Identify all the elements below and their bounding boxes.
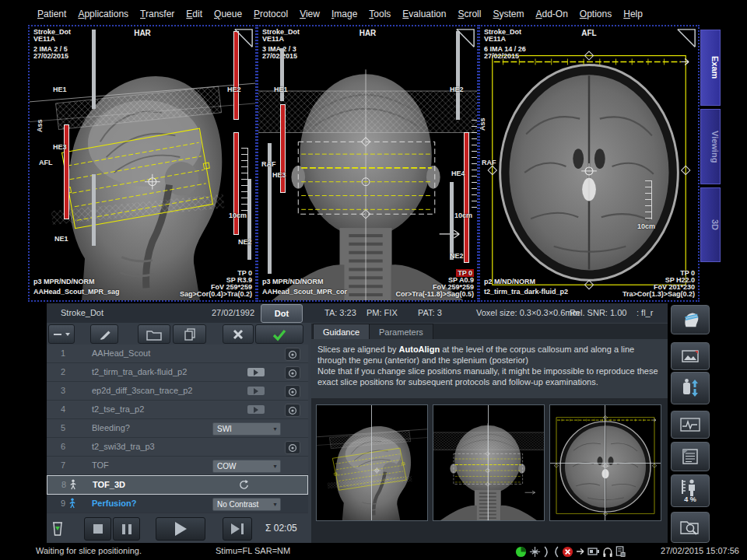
corner-fold-icon[interactable] <box>455 28 475 48</box>
menu-item-tools[interactable]: Tools <box>369 9 391 19</box>
auto-copy-icon[interactable] <box>285 348 300 361</box>
progress-spinner-icon <box>238 479 249 492</box>
crosshair-horizontal <box>550 463 661 464</box>
contrast-dropdown[interactable]: No Contrast▾ <box>212 498 281 511</box>
coil-bar <box>92 30 96 109</box>
ear-protection-right-icon <box>552 546 559 558</box>
browse-protocols-button[interactable] <box>671 512 710 543</box>
transport-controls: Σ 02:05 <box>47 515 308 543</box>
copy-protocol-button[interactable] <box>173 324 206 344</box>
protocol-row-8[interactable]: 8TOF_3D <box>47 475 308 495</box>
guidance-thumbnail-coronal[interactable] <box>433 404 545 521</box>
protocol-row-2[interactable]: 2t2_tirm_tra_dark-fluid_p2 <box>47 363 308 382</box>
stop-button[interactable] <box>84 517 111 541</box>
coil-label-afl: AFL <box>39 159 53 166</box>
auto-copy-icon[interactable] <box>285 404 300 417</box>
protocol-row-1[interactable]: 1AAHead_Scout <box>47 345 308 363</box>
pm-mode: PM: FIX <box>366 308 398 317</box>
menu-item-view[interactable]: View <box>300 9 320 19</box>
menu-item-protocol[interactable]: Protocol <box>254 9 288 19</box>
menu-item-applications[interactable]: Applications <box>78 9 128 19</box>
menu-item-queue[interactable]: Queue <box>214 9 242 19</box>
menu-item-system[interactable]: System <box>493 9 524 19</box>
tab-exam[interactable]: Exam <box>700 30 721 106</box>
menu-item-help[interactable]: Help <box>623 9 643 19</box>
protocol-number: 8 <box>61 480 66 489</box>
status-message: Waiting for slice positioning. <box>36 546 142 555</box>
queue-badge-icon <box>247 368 265 376</box>
guidance-thumbnail-axial[interactable] <box>549 404 661 521</box>
tab-3d[interactable]: 3D <box>700 187 721 262</box>
protocol-row-9[interactable]: 9Perfusion?No Contrast▾ <box>47 495 308 513</box>
open-folder-button[interactable] <box>138 324 170 344</box>
corner-fold-icon[interactable] <box>676 28 696 48</box>
cancel-button[interactable] <box>223 324 254 344</box>
patient-name: Stroke_Dot <box>61 308 103 317</box>
coil-label-raf: RAF <box>261 160 276 168</box>
protocol-row-6[interactable]: 6t2_swi3d_tra_p3 <box>47 438 308 457</box>
coil-bar-active <box>233 132 239 235</box>
play-button[interactable] <box>156 517 205 541</box>
auto-copy-icon[interactable] <box>285 366 300 380</box>
contrast-dropdown[interactable]: SWI▾ <box>212 422 281 436</box>
scale-ruler <box>241 148 248 212</box>
tab-viewing[interactable]: Viewing <box>700 109 721 184</box>
protocol-name: t2_tirm_tra_dark-fluid_p2 <box>92 367 187 376</box>
protocol-row-7[interactable]: 7TOFCOW▾ <box>47 457 308 475</box>
protocol-row-4[interactable]: 4t2_tse_tra_p2 <box>47 401 308 419</box>
protocol-number: 7 <box>61 460 65 470</box>
sar-value: 4 % <box>684 495 696 503</box>
menu-item-edit[interactable]: Edit <box>186 9 202 19</box>
pause-button[interactable] <box>113 517 140 541</box>
dot-engine-button[interactable]: Dot <box>261 304 303 323</box>
contrast-dropdown[interactable]: COW▾ <box>212 460 281 473</box>
coil-label-ne2: NE2 <box>450 252 464 260</box>
tab-guidance[interactable]: Guidance <box>313 324 370 340</box>
confirm-button[interactable] <box>255 324 303 344</box>
auto-copy-icon[interactable] <box>285 441 300 454</box>
coil-bar-active <box>464 132 469 263</box>
recycle-bin-button[interactable] <box>48 517 67 539</box>
edit-protocol-button[interactable] <box>90 324 118 344</box>
document-lines-icon <box>681 448 700 465</box>
scale-ruler <box>472 120 479 208</box>
menu-item-transfer[interactable]: Transfer <box>140 9 174 19</box>
search-folder-icon <box>680 518 700 537</box>
queue-split-button[interactable] <box>48 324 75 344</box>
battery-icon <box>587 547 600 556</box>
tab-parameters[interactable]: Parameters <box>369 324 433 340</box>
menu-item-options[interactable]: Options <box>580 9 612 19</box>
series-info: p2 M/ND/NORMt2_tirm_tra_dark-fluid_p2 <box>484 277 568 297</box>
protocol-name: Perfusion? <box>92 499 136 508</box>
guidance-thumbnail-sagittal[interactable] <box>316 404 428 521</box>
geometry-info: TP 0SP R3.9 FoV 259*259Sag>Cor(0.4)>Tra(… <box>180 270 252 298</box>
menu-item-add-on[interactable]: Add-On <box>535 9 567 19</box>
protocol-document-button[interactable] <box>671 442 710 471</box>
protocol-row-5[interactable]: 5Bleeding?SWI▾ <box>47 419 308 438</box>
patient-position-button[interactable] <box>671 372 710 404</box>
snapshot-button[interactable] <box>671 342 710 370</box>
menu-item-scroll[interactable]: Scroll <box>458 9 481 19</box>
sequence-name: : fl_r <box>637 308 653 317</box>
protocol-number: 4 <box>61 404 65 414</box>
auto-copy-icon[interactable] <box>285 385 300 398</box>
sar-monitor-button[interactable]: 4 % <box>671 474 710 507</box>
protocol-row-3[interactable]: 3ep2d_diff_3scan_trace_p2 <box>47 382 308 401</box>
protocol-toolbar <box>47 324 308 344</box>
head-coil-button[interactable] <box>671 305 710 334</box>
headset-icon <box>602 546 613 558</box>
trash-icon <box>51 520 65 537</box>
physio-display-button[interactable] <box>671 411 710 439</box>
viewport-axial[interactable]: Stroke_DotVE11A 6 IMA 14 / 2627/02/2015 … <box>479 25 700 302</box>
viewport-coronal[interactable]: Stroke_DotVE11A 3 IMA 2 / 327/02/2015 HA… <box>257 25 479 302</box>
menu-item-evaluation[interactable]: Evaluation <box>402 9 446 19</box>
corner-fold-icon[interactable] <box>233 28 254 48</box>
protocol-name: TOF_3D <box>93 480 125 489</box>
skip-button[interactable] <box>223 517 252 541</box>
total-time-label: Σ 02:05 <box>265 523 297 534</box>
chevron-down-icon: ▾ <box>270 463 280 470</box>
stop-icon <box>93 524 103 534</box>
viewport-sagittal[interactable]: Stroke_DotVE11A 2 IMA 2 / 527/02/2015 HA… <box>28 25 257 302</box>
menu-item-image[interactable]: Image <box>331 9 357 19</box>
menu-item-patient[interactable]: Patient <box>37 9 66 19</box>
